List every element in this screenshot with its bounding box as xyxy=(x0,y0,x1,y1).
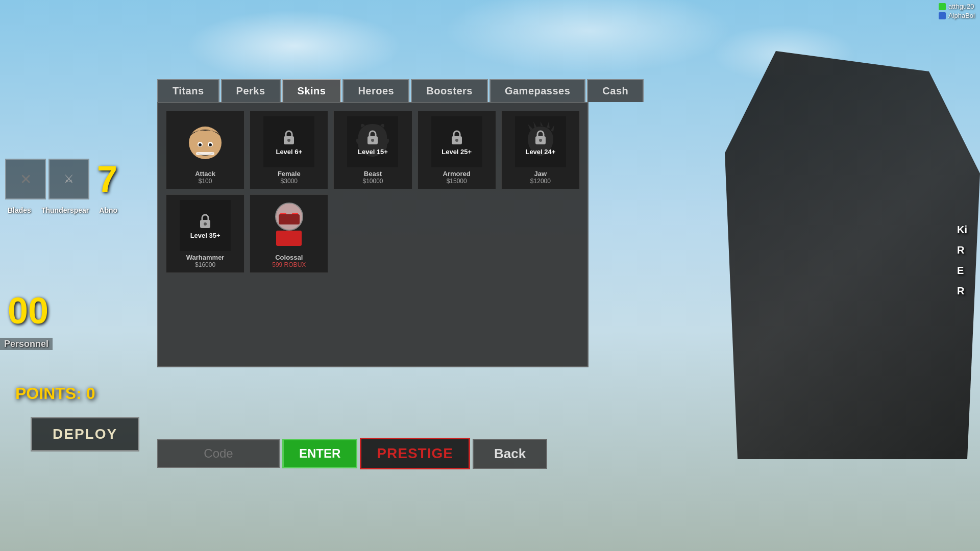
prestige-button[interactable]: PRESTIGE xyxy=(360,438,470,469)
svg-point-3 xyxy=(199,143,202,146)
shop-item-jaw[interactable]: Level 24+ Jaw $12000 xyxy=(501,111,580,189)
armored-item-price: $15000 xyxy=(447,178,467,185)
lock-icon-armored xyxy=(448,128,466,146)
deploy-button[interactable]: DEPLOY xyxy=(31,417,139,452)
warhammer-item-name: Warhammer xyxy=(186,254,225,261)
tab-gamepasses[interactable]: Gamepasses xyxy=(489,79,585,102)
shop-item-armored[interactable]: Level 25+ Armored $15000 xyxy=(418,111,496,189)
tab-perks[interactable]: Perks xyxy=(221,79,281,102)
female-item-image: Level 6+ xyxy=(263,116,314,167)
points-text: POINTS: 0 xyxy=(15,384,95,403)
armored-item-name: Armored xyxy=(443,170,471,178)
jaw-locked-bg: Level 24+ xyxy=(515,116,566,167)
attack-item-image xyxy=(180,116,231,167)
player-dot-2 xyxy=(939,12,946,19)
weapon-labels: Blades Thunderspear Abno xyxy=(0,205,143,215)
svg-point-4 xyxy=(209,143,212,146)
player-dot-1 xyxy=(939,3,946,10)
weapon-slot-1[interactable]: ✕ xyxy=(5,159,46,199)
back-button[interactable]: Back xyxy=(473,439,547,469)
attack-item-name: Attack xyxy=(195,170,215,178)
svg-point-15 xyxy=(204,222,207,226)
lock-icon-warhammer xyxy=(196,212,214,230)
number-slot: 7 xyxy=(92,158,122,200)
female-item-name: Female xyxy=(278,170,301,178)
shop-item-colossal[interactable]: Colossal 599 ROBUX xyxy=(250,194,328,273)
right-letter-r1: R xyxy=(957,240,967,260)
spear-icon: ⚔ xyxy=(64,172,74,186)
svg-rect-5 xyxy=(196,152,214,155)
attack-avatar-svg xyxy=(185,121,226,162)
player-row-2: AlphaBol xyxy=(939,12,975,19)
svg-point-13 xyxy=(539,139,542,142)
colossal-item-name: Colossal xyxy=(275,254,303,261)
bottom-number-display: 00 xyxy=(8,290,48,332)
female-locked-bg: Level 6+ xyxy=(263,116,314,167)
colossal-mouth xyxy=(279,214,300,224)
weapon-label-1: Blades xyxy=(5,205,34,215)
armored-locked-bg: Level 25+ xyxy=(431,116,482,167)
female-item-price: $3000 xyxy=(281,178,298,185)
shop-item-attack[interactable]: Attack $100 xyxy=(166,111,244,189)
weapon-slots: ✕ ⚔ 7 xyxy=(0,153,143,205)
weapon-slot-2[interactable]: ⚔ xyxy=(48,159,89,199)
jaw-level-req: Level 24+ xyxy=(525,148,555,156)
kill-number: 7 xyxy=(92,158,122,200)
right-letter-r2: R xyxy=(957,281,967,301)
svg-point-7 xyxy=(287,139,290,142)
female-level-req: Level 6+ xyxy=(276,148,302,156)
attack-item-price: $100 xyxy=(199,178,212,185)
personnel-label: Personnel xyxy=(0,339,53,349)
right-letter-ki: Ki xyxy=(957,219,967,240)
armored-level-req: Level 25+ xyxy=(442,148,472,156)
top-players-panel: atthgu20 AlphaBol xyxy=(939,3,975,21)
shop-item-female[interactable]: Level 6+ Female $3000 xyxy=(250,111,328,189)
svg-point-9 xyxy=(371,139,374,142)
bottom-bar: ENTER PRESTIGE Back xyxy=(157,438,547,469)
tab-skins[interactable]: Skins xyxy=(282,79,341,102)
warhammer-item-image: Level 35+ xyxy=(180,200,231,251)
player-name-1: atthgu20 xyxy=(948,3,974,10)
weapon-label-3: Abno xyxy=(96,205,120,215)
svg-point-11 xyxy=(455,139,458,142)
shop-grid: Attack $100 Level 6+ Female $30 xyxy=(166,111,580,273)
colossal-character xyxy=(268,203,309,248)
shop-item-warhammer[interactable]: Level 35+ Warhammer $16000 xyxy=(166,194,244,273)
colossal-item-price: 599 ROBUX xyxy=(272,261,306,268)
shop-panel: Titans Perks Skins Heroes Boosters Gamep… xyxy=(157,79,589,367)
tab-boosters[interactable]: Boosters xyxy=(411,79,488,102)
left-hud: ✕ ⚔ 7 Blades Thunderspear Abno xyxy=(0,153,143,215)
colossal-body xyxy=(276,231,302,246)
warhammer-locked-bg: Level 35+ xyxy=(180,200,231,251)
enter-button[interactable]: ENTER xyxy=(282,439,357,468)
tab-heroes[interactable]: Heroes xyxy=(342,79,409,102)
beast-item-price: $10000 xyxy=(362,178,383,185)
colossal-item-image xyxy=(263,200,314,251)
jaw-item-price: $12000 xyxy=(530,178,551,185)
lock-icon-beast xyxy=(363,128,382,146)
shop-item-beast[interactable]: Level 15+ Beast $10000 xyxy=(333,111,412,189)
personnel-text: Personnel xyxy=(0,338,53,350)
code-input[interactable] xyxy=(157,439,280,468)
right-hud-letters: Ki R E R xyxy=(957,219,967,301)
colossal-head xyxy=(275,203,303,231)
beast-item-image: Level 15+ xyxy=(347,116,398,167)
beast-item-name: Beast xyxy=(364,170,382,178)
beast-level-req: Level 15+ xyxy=(358,148,388,156)
swords-icon: ✕ xyxy=(20,171,32,188)
player-row-1: atthgu20 xyxy=(939,3,975,10)
lock-icon-female xyxy=(280,128,298,146)
tab-cash[interactable]: Cash xyxy=(587,79,644,102)
armored-item-image: Level 25+ xyxy=(431,116,482,167)
warhammer-item-price: $16000 xyxy=(195,261,215,268)
tab-titans[interactable]: Titans xyxy=(157,79,219,102)
background-figure xyxy=(725,51,980,459)
player-name-2: AlphaBol xyxy=(948,12,975,19)
warhammer-level-req: Level 35+ xyxy=(190,232,220,239)
beast-locked-bg: Level 15+ xyxy=(347,116,398,167)
jaw-item-name: Jaw xyxy=(534,170,547,178)
lock-icon-jaw xyxy=(531,128,550,146)
jaw-item-image: Level 24+ xyxy=(515,116,566,167)
right-letter-e: E xyxy=(957,260,967,281)
large-number: 00 xyxy=(8,290,48,331)
